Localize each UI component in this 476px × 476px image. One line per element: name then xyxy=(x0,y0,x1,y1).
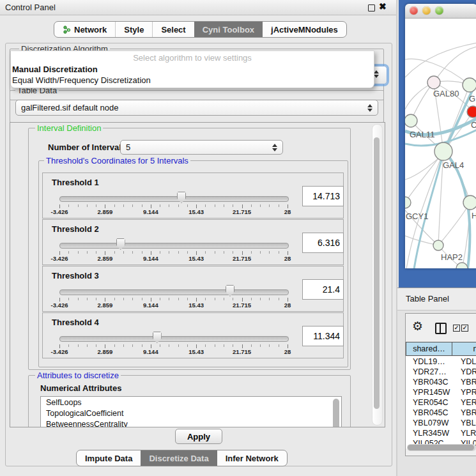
table-row[interactable]: YDR27…YDR2 xyxy=(406,367,476,377)
slider-tick xyxy=(233,204,233,207)
slider-tick xyxy=(205,344,206,347)
num-intervals-combobox[interactable]: 5 xyxy=(120,140,283,155)
slider-tick xyxy=(96,251,96,254)
slider-tick xyxy=(169,344,169,347)
column-header-shared-name[interactable]: shared… xyxy=(406,342,452,356)
network-node-label: GAL80 xyxy=(433,89,459,98)
cell-name: YER0 xyxy=(461,398,476,407)
table-row[interactable]: YBL079WYBL0 xyxy=(406,418,476,428)
threshold-panel: Threshold 1-3.4262.8599.14415.4321.71528 xyxy=(42,173,344,219)
attribute-list-item[interactable]: BetweennessCentrality xyxy=(41,418,341,427)
slider-track[interactable] xyxy=(59,289,289,295)
list-scrollbar[interactable] xyxy=(333,399,339,427)
slider-tick xyxy=(279,251,279,254)
tab-discretize-data[interactable]: Discretize Data xyxy=(141,450,217,466)
attribute-list-item[interactable]: TopologicalCoefficient xyxy=(41,408,341,418)
network-canvas[interactable]: GAL80GCGAL11GAL4GCY1HHAP2 xyxy=(405,19,476,268)
gear-icon[interactable]: ⚙ xyxy=(412,319,423,334)
table-row[interactable]: YLR345WYLR3 xyxy=(406,428,476,438)
numerical-attributes-label: Numerical Attributes xyxy=(40,383,121,393)
combo-spinner-icon xyxy=(270,144,280,151)
close-icon[interactable]: ✖ xyxy=(379,1,387,12)
cyni-toolbox-pane: Discretization Algorithm Select algorith… xyxy=(5,43,392,466)
network-node[interactable] xyxy=(463,196,476,210)
cell-shared-name: YBL079W xyxy=(413,418,449,427)
threshold-value-field[interactable] xyxy=(302,279,344,300)
slider-tick xyxy=(251,344,252,347)
dropdown-option-equal-width[interactable]: Equal Width/Frequency Discretization xyxy=(12,75,151,85)
settings-vertical-scrollbar[interactable] xyxy=(372,124,383,426)
network-node[interactable] xyxy=(405,197,411,208)
network-node-labels: GAL80GCGAL11GAL4GCY1HHAP2 xyxy=(406,89,476,262)
tab-cyni-toolbox[interactable]: Cyni Toolbox xyxy=(194,22,263,37)
table-data-combobox[interactable]: galFiltered.sif default node xyxy=(15,100,378,116)
slider-tick xyxy=(260,251,261,254)
apply-button[interactable]: Apply xyxy=(175,429,222,444)
interval-definition-title: Interval Definition xyxy=(35,123,103,133)
mac-minimize-icon[interactable] xyxy=(422,6,431,15)
attribute-list-item[interactable]: SelfLoops xyxy=(41,397,341,408)
threshold-label: Threshold 1 xyxy=(52,178,99,187)
cell-name: YDR2 xyxy=(461,367,476,376)
table-row[interactable]: YPR145WYPR1 xyxy=(406,387,476,397)
threshold-panel: Threshold 4-3.4262.8599.14415.4321.71528 xyxy=(42,312,344,358)
tab-impute-data[interactable]: Impute Data xyxy=(77,450,141,466)
tab-infer-network[interactable]: Infer Network xyxy=(217,450,287,466)
threshold-value-field[interactable] xyxy=(302,326,344,346)
cell-shared-name: YDR27… xyxy=(413,367,447,376)
slider-tick-label: 2.859 xyxy=(98,255,113,262)
slider-tick xyxy=(187,251,188,254)
network-node[interactable] xyxy=(463,78,476,92)
network-node[interactable] xyxy=(427,76,440,89)
slider-track[interactable] xyxy=(59,196,289,202)
slider-track[interactable] xyxy=(59,243,289,249)
network-node[interactable] xyxy=(405,114,417,127)
horizontal-scrollbar[interactable] xyxy=(407,444,476,451)
slider-tick-label: 28 xyxy=(284,348,291,355)
checkbox-icon[interactable]: ✓ xyxy=(453,325,460,332)
table-row[interactable]: YBR045CYBR0 xyxy=(406,408,476,418)
cell-shared-name: YPR145W xyxy=(413,388,450,397)
slider-tick xyxy=(87,344,88,347)
mac-zoom-icon[interactable] xyxy=(435,6,443,15)
slider-tick xyxy=(123,251,124,254)
slider-tick xyxy=(224,204,224,207)
table-row[interactable]: YDL19…YDL1 xyxy=(406,357,476,367)
mac-close-icon[interactable] xyxy=(410,6,418,15)
tab-select[interactable]: Select xyxy=(152,22,194,37)
table-row[interactable]: YER054CYER0 xyxy=(406,397,476,408)
split-columns-icon[interactable] xyxy=(435,323,447,334)
network-node[interactable] xyxy=(456,263,468,268)
slider-tick xyxy=(123,204,124,207)
network-node[interactable] xyxy=(434,142,452,160)
threshold-label: Threshold 3 xyxy=(52,271,99,280)
dropdown-option-manual[interactable]: Manual Discretization xyxy=(12,65,98,74)
slider-tick xyxy=(96,298,96,300)
threshold-value-field[interactable] xyxy=(302,233,344,253)
column-header-name[interactable]: na xyxy=(452,342,476,356)
threshold-value-field[interactable] xyxy=(302,186,344,206)
network-node-label: GAL4 xyxy=(443,160,464,170)
network-node[interactable] xyxy=(433,240,443,250)
slider-tick xyxy=(178,344,179,347)
slider-tick xyxy=(279,344,279,347)
slider-tick xyxy=(269,298,270,300)
tab-style[interactable]: Style xyxy=(115,22,152,37)
interval-definition-group: Interval Definition Number of Intervals … xyxy=(28,128,351,370)
network-window-titlebar[interactable] xyxy=(405,4,476,19)
checkbox-icon[interactable]: ✓ xyxy=(461,325,468,332)
slider-track[interactable] xyxy=(59,336,289,342)
slider-tick-label: 28 xyxy=(284,255,291,262)
float-icon[interactable] xyxy=(368,4,375,12)
network-node[interactable] xyxy=(467,106,476,118)
slider-tick xyxy=(178,251,179,254)
tab-network-label: Network xyxy=(74,25,107,35)
tab-jactivemnodules[interactable]: jActiveMNodules xyxy=(263,22,346,37)
table-row[interactable]: YBR043CYBR0 xyxy=(406,377,476,387)
tab-network[interactable]: Network xyxy=(54,22,115,37)
slider-tick-label: -3.426 xyxy=(51,208,68,215)
slider-tick-label: 2.859 xyxy=(98,348,113,355)
cell-shared-name: YBR045C xyxy=(413,408,449,417)
slider-tick xyxy=(224,298,224,300)
slider-tick xyxy=(96,204,96,207)
